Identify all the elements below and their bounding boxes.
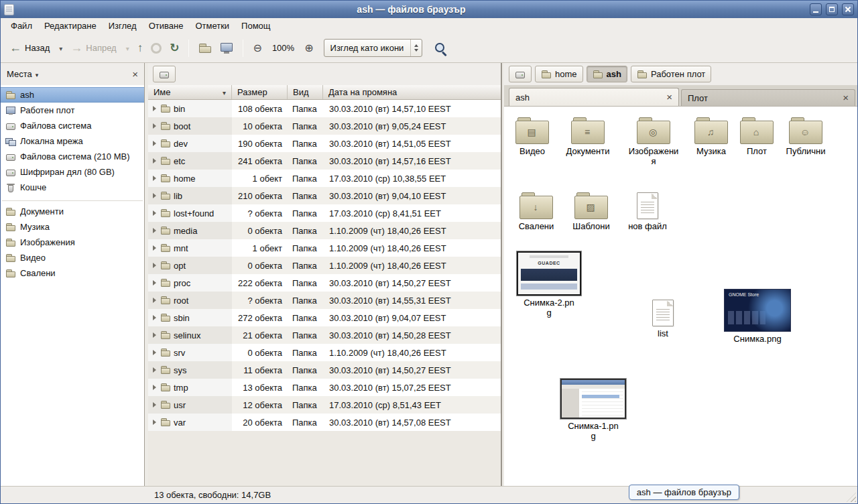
sidebar-item[interactable]: Работен плот bbox=[1, 103, 144, 118]
computer-button[interactable] bbox=[217, 40, 237, 56]
expander-icon[interactable] bbox=[153, 280, 156, 286]
column-header-type[interactable]: Вид bbox=[288, 85, 323, 99]
expander-icon[interactable] bbox=[153, 106, 156, 111]
tab[interactable]: Плот bbox=[681, 89, 855, 106]
icon-item[interactable]: нов файл bbox=[619, 192, 676, 232]
icon-item[interactable]: Изображения bbox=[625, 117, 682, 167]
table-row[interactable]: usr 12 обекта Папка 17.03.2010 (ср) 8,51… bbox=[148, 396, 501, 414]
path-button[interactable]: ash bbox=[587, 66, 627, 82]
sidebar-item[interactable]: Изображения bbox=[1, 235, 144, 250]
icon-item[interactable]: Свалени bbox=[508, 192, 564, 232]
menu-item[interactable]: Помощ bbox=[235, 19, 276, 33]
expander-icon[interactable] bbox=[153, 332, 156, 338]
close-button[interactable] bbox=[842, 3, 854, 15]
column-header-date[interactable]: Дата на промяна bbox=[323, 85, 501, 99]
icon-item[interactable]: Публични bbox=[778, 117, 834, 157]
table-row[interactable]: dev 190 обекта Папка 30.03.2010 (вт) 14,… bbox=[148, 135, 501, 152]
maximize-button[interactable] bbox=[826, 3, 838, 15]
table-row[interactable]: srv 0 обекта Папка 1.10.2009 (чт) 18,40,… bbox=[148, 344, 501, 361]
back-dropdown[interactable] bbox=[56, 40, 66, 56]
path-button[interactable]: Работен плот bbox=[631, 66, 711, 82]
tab-close-button[interactable] bbox=[666, 92, 672, 103]
expander-icon[interactable] bbox=[153, 193, 156, 198]
expander-icon[interactable] bbox=[153, 420, 156, 425]
sidebar-item[interactable]: Локална мрежа bbox=[1, 133, 144, 149]
table-row[interactable]: tmp 13 обекта Папка 30.03.2010 (вт) 15,0… bbox=[148, 379, 501, 396]
sidebar-item[interactable]: Файлова система (210 MB) bbox=[1, 149, 144, 164]
icon-item[interactable]: Видео bbox=[504, 117, 560, 157]
search-button[interactable] bbox=[430, 39, 450, 58]
table-row[interactable]: etc 241 обекта Папка 30.03.2010 (вт) 14,… bbox=[148, 152, 501, 170]
expander-icon[interactable] bbox=[153, 210, 156, 216]
table-row[interactable]: bin 108 обекта Папка 30.03.2010 (вт) 14,… bbox=[148, 100, 501, 117]
icon-item[interactable]: Документи bbox=[560, 117, 616, 157]
expander-icon[interactable] bbox=[153, 123, 156, 129]
table-row[interactable]: proc 222 обекта Папка 30.03.2010 (вт) 14… bbox=[148, 274, 501, 292]
expander-icon[interactable] bbox=[153, 263, 156, 268]
back-button[interactable]: Назад bbox=[6, 38, 54, 58]
table-row[interactable]: selinux 21 обекта Папка 30.03.2010 (вт) … bbox=[148, 326, 501, 344]
icon-item[interactable]: Шаблони bbox=[563, 192, 619, 232]
table-row[interactable]: media 0 обекта Папка 1.10.2009 (чт) 18,4… bbox=[148, 222, 501, 239]
expander-icon[interactable] bbox=[153, 158, 156, 164]
path-button[interactable] bbox=[153, 66, 176, 82]
menu-item[interactable]: Файл bbox=[5, 19, 38, 33]
sidebar-close-button[interactable] bbox=[132, 69, 138, 80]
expander-icon[interactable] bbox=[153, 176, 156, 181]
forward-button[interactable]: Напред bbox=[67, 38, 121, 58]
resize-grip[interactable] bbox=[847, 493, 856, 502]
icon-item[interactable]: GUADEC Снимка-2.png bbox=[521, 251, 577, 318]
table-row[interactable]: boot 10 обекта Папка 30.03.2010 (вт) 9,0… bbox=[148, 117, 501, 135]
table-row[interactable]: sys 11 обекта Папка 30.03.2010 (вт) 14,5… bbox=[148, 361, 501, 379]
path-button[interactable] bbox=[509, 66, 532, 82]
sidebar-item[interactable]: Файлова система bbox=[1, 118, 144, 133]
sidebar-item[interactable]: Видео bbox=[1, 250, 144, 265]
up-button[interactable] bbox=[134, 39, 147, 58]
expander-icon[interactable] bbox=[153, 298, 156, 303]
icon-item[interactable]: list bbox=[635, 300, 691, 339]
expander-icon[interactable] bbox=[153, 315, 156, 320]
table-row[interactable]: home 1 обект Папка 17.03.2010 (ср) 10,38… bbox=[148, 170, 501, 187]
expander-icon[interactable] bbox=[153, 402, 156, 407]
home-button[interactable] bbox=[195, 40, 215, 57]
chevron-down-icon[interactable] bbox=[36, 69, 39, 79]
expander-icon[interactable] bbox=[153, 228, 156, 233]
table-row[interactable]: lost+found ? обекта Папка 17.03.2010 (ср… bbox=[148, 204, 501, 222]
column-header-name[interactable]: Име bbox=[148, 85, 232, 99]
forward-dropdown[interactable] bbox=[123, 40, 133, 56]
minimize-button[interactable] bbox=[810, 3, 822, 15]
tab-close-button[interactable] bbox=[843, 92, 849, 103]
zoom-out-button[interactable] bbox=[249, 39, 265, 57]
sidebar-item[interactable]: Свалени bbox=[1, 265, 144, 281]
table-row[interactable]: opt 0 обекта Папка 1.10.2009 (чт) 18,40,… bbox=[148, 257, 501, 274]
view-mode-combobox[interactable]: Изглед като икони bbox=[324, 39, 423, 57]
table-row[interactable]: lib 210 обекта Папка 30.03.2010 (вт) 9,0… bbox=[148, 187, 501, 204]
titlebar[interactable]: ash — файлов браузър bbox=[1, 1, 857, 18]
sidebar-item[interactable]: ash bbox=[1, 87, 144, 103]
sidebar-item[interactable]: Музика bbox=[1, 219, 144, 235]
zoom-in-button[interactable] bbox=[301, 39, 316, 57]
table-row[interactable]: sbin 272 обекта Папка 30.03.2010 (вт) 9,… bbox=[148, 309, 501, 326]
table-row[interactable]: mnt 1 обект Папка 1.10.2009 (чт) 18,40,2… bbox=[148, 239, 501, 257]
menu-item[interactable]: Редактиране bbox=[38, 19, 103, 33]
path-button[interactable]: home bbox=[535, 66, 583, 82]
expander-icon[interactable] bbox=[153, 367, 156, 373]
menu-item[interactable]: Изглед bbox=[103, 19, 143, 33]
expander-icon[interactable] bbox=[153, 141, 156, 146]
tab[interactable]: ash bbox=[509, 88, 679, 106]
sidebar-item[interactable]: Документи bbox=[1, 204, 144, 219]
stop-button[interactable] bbox=[147, 40, 165, 56]
reload-button[interactable] bbox=[166, 38, 182, 58]
sidebar-item[interactable] bbox=[2, 195, 143, 201]
column-header-size[interactable]: Размер bbox=[232, 85, 288, 99]
icon-item[interactable]: Снимка-1.png bbox=[565, 379, 621, 442]
sidebar-item[interactable]: Кошче bbox=[1, 180, 144, 195]
sidebar-title[interactable]: Места bbox=[7, 69, 32, 79]
menu-item[interactable]: Отметки bbox=[189, 19, 235, 33]
expander-icon[interactable] bbox=[153, 245, 156, 251]
table-row[interactable]: var 20 обекта Папка 30.03.2010 (вт) 14,5… bbox=[148, 414, 501, 431]
table-row[interactable]: root ? обекта Папка 30.03.2010 (вт) 14,5… bbox=[148, 292, 501, 309]
combo-spinner-icon[interactable] bbox=[410, 40, 422, 56]
icon-item[interactable]: Плот bbox=[729, 117, 785, 157]
expander-icon[interactable] bbox=[153, 350, 156, 355]
